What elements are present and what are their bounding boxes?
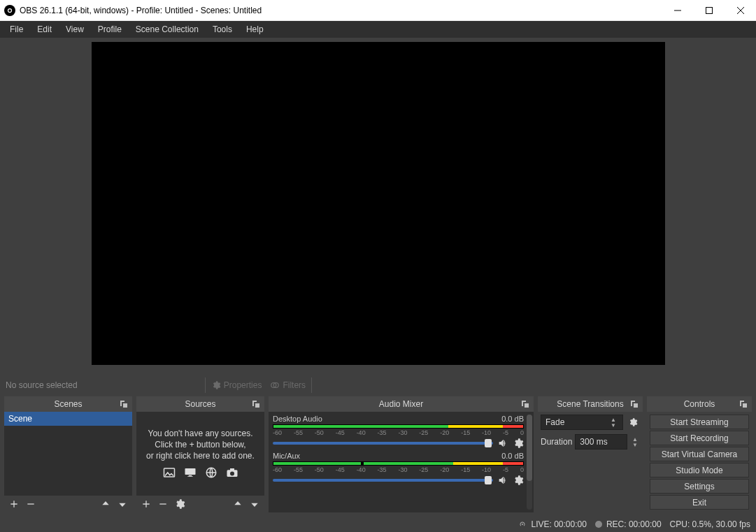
db-ticks: -60 -55 -50 -45 -40 -35 -30 -25 -20 -15 … — [273, 429, 524, 438]
statusbar: LIVE: 00:00:00 REC: 00:00:00 CPU: 0.5%, … — [0, 517, 756, 532]
close-button[interactable] — [725, 0, 756, 20]
transition-select[interactable]: Fade ▲▼ — [541, 415, 623, 430]
maximize-button[interactable] — [693, 0, 725, 20]
menu-edit[interactable]: Edit — [31, 23, 57, 36]
scenes-dock: Scenes Scene — [4, 396, 132, 512]
minimize-button[interactable] — [662, 0, 693, 20]
source-settings-button[interactable] — [174, 498, 185, 510]
no-source-label: No source selected — [4, 380, 78, 390]
add-scene-button[interactable] — [8, 498, 20, 510]
scenes-title: Scenes — [54, 399, 82, 409]
popout-icon[interactable] — [250, 398, 262, 410]
camera-icon — [224, 466, 240, 479]
filters-button[interactable]: Filters — [266, 379, 310, 391]
window-title: OBS 26.1.1 (64-bit, windows) - Profile: … — [20, 6, 662, 15]
preview-canvas[interactable] — [92, 42, 665, 365]
audio-header[interactable]: Audio Mixer — [269, 396, 534, 412]
menu-file[interactable]: File — [4, 23, 29, 36]
sources-list[interactable]: You don't have any sources. Click the + … — [136, 412, 264, 496]
menu-profile[interactable]: Profile — [92, 23, 127, 36]
docks-row: Scenes Scene Sources You don't have any … — [0, 396, 756, 517]
scenes-header[interactable]: Scenes — [4, 396, 132, 412]
svg-rect-12 — [230, 468, 234, 470]
controls-body: Start Streaming Start Recording Start Vi… — [647, 412, 752, 512]
popout-icon[interactable] — [629, 398, 640, 410]
popout-icon[interactable] — [738, 398, 749, 410]
controls-dock: Controls Start Streaming Start Recording… — [647, 396, 752, 512]
start-virtual-camera-button[interactable]: Start Virtual Camera — [650, 447, 749, 461]
menu-scene-collection[interactable]: Scene Collection — [130, 23, 204, 36]
svg-rect-3 — [706, 7, 712, 13]
settings-button[interactable]: Settings — [650, 479, 749, 494]
transitions-dock: Scene Transitions Fade ▲▼ Duration 3 — [538, 396, 643, 512]
move-scene-down-button[interactable] — [117, 498, 128, 510]
source-hint-icons — [162, 466, 240, 479]
separator — [205, 378, 206, 393]
slider-thumb[interactable] — [485, 439, 492, 447]
globe-icon — [204, 466, 219, 479]
select-arrows: ▲▼ — [608, 417, 618, 428]
popout-icon[interactable] — [520, 398, 531, 410]
context-toolbar: No source selected Properties Filters — [0, 374, 756, 396]
scrollbar-thumb[interactable] — [527, 415, 532, 481]
duration-label: Duration — [541, 437, 572, 447]
titlebar: OBS 26.1.1 (64-bit, windows) - Profile: … — [0, 0, 756, 21]
duration-spinner[interactable]: ▲▼ — [630, 436, 640, 447]
remove-scene-button[interactable] — [25, 498, 36, 510]
channel-settings-button[interactable] — [513, 438, 524, 449]
live-label: LIVE: 00:00:00 — [531, 519, 586, 529]
sources-footer — [136, 496, 264, 512]
channel-level: 0.0 dB — [501, 415, 524, 423]
start-streaming-button[interactable]: Start Streaming — [650, 415, 749, 429]
remove-source-button[interactable] — [157, 498, 169, 510]
move-source-up-button[interactable] — [232, 498, 243, 510]
audio-channel: Mic/Aux 0.0 dB -60 -55 -50 -45 -40 -35 -… — [273, 452, 524, 486]
image-icon — [162, 466, 177, 479]
menu-tools[interactable]: Tools — [207, 23, 238, 36]
channel-name: Mic/Aux — [273, 452, 300, 460]
audio-scrollbar[interactable] — [527, 415, 532, 510]
channel-name: Desktop Audio — [273, 415, 322, 423]
move-scene-up-button[interactable] — [100, 498, 111, 510]
svg-rect-7 — [185, 468, 195, 475]
transition-settings-button[interactable] — [626, 415, 640, 429]
cpu-label: CPU: 0.5%, 30.00 fps — [670, 519, 750, 529]
svg-point-13 — [230, 472, 234, 476]
properties-button[interactable]: Properties — [207, 379, 266, 391]
scenes-footer — [4, 496, 132, 512]
start-recording-button[interactable]: Start Recording — [650, 431, 749, 445]
mute-button[interactable] — [497, 438, 508, 449]
transitions-header[interactable]: Scene Transitions — [538, 396, 643, 412]
add-source-button[interactable] — [141, 498, 152, 510]
preview-wrap — [0, 38, 756, 374]
svg-rect-8 — [188, 475, 192, 477]
controls-header[interactable]: Controls — [647, 396, 752, 412]
audio-title: Audio Mixer — [379, 399, 423, 409]
sources-header[interactable]: Sources — [136, 396, 264, 412]
scenes-list[interactable]: Scene — [4, 412, 132, 496]
sources-hint2: Click the + button below, — [155, 440, 245, 450]
volume-slider[interactable] — [273, 479, 493, 482]
popout-icon[interactable] — [118, 398, 129, 410]
move-source-down-button[interactable] — [249, 498, 260, 510]
main-area: No source selected Properties Filters Sc… — [0, 38, 756, 517]
duration-input[interactable]: 300 ms — [575, 434, 627, 450]
status-rec: REC: 00:00:00 — [595, 519, 662, 529]
filters-icon — [270, 380, 280, 390]
audio-mixer-dock: Audio Mixer Desktop Audio 0.0 dB -60 -55… — [269, 396, 534, 512]
slider-thumb[interactable] — [485, 476, 492, 484]
volume-slider[interactable] — [273, 442, 493, 445]
studio-mode-button[interactable]: Studio Mode — [650, 463, 749, 477]
mute-button[interactable] — [497, 475, 508, 486]
menu-view[interactable]: View — [60, 23, 90, 36]
transition-current: Fade — [545, 417, 564, 427]
channel-settings-button[interactable] — [513, 475, 524, 486]
exit-button[interactable]: Exit — [650, 495, 749, 510]
duration-value: 300 ms — [580, 437, 607, 447]
svg-rect-9 — [187, 476, 193, 477]
scene-item[interactable]: Scene — [4, 412, 132, 426]
rec-label: REC: 00:00:00 — [606, 519, 662, 529]
menu-help[interactable]: Help — [241, 23, 269, 36]
properties-label: Properties — [224, 380, 262, 390]
monitor-icon — [183, 466, 198, 479]
